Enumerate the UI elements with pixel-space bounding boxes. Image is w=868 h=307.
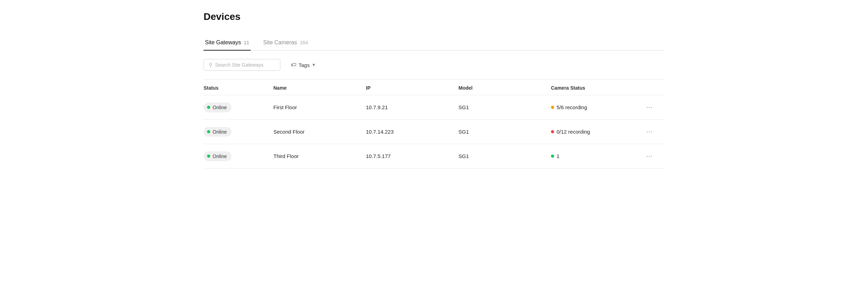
table-row: OnlineThird Floor10.7.5.177SG11··· (204, 144, 664, 169)
camera-status-label: 1 (557, 153, 559, 159)
camera-status-cell: 0/12 recording (551, 129, 643, 135)
camera-status-cell: 1 (551, 153, 643, 159)
status-dot (207, 155, 210, 158)
model-cell: SG1 (458, 104, 551, 110)
status-dot (207, 130, 210, 133)
header-name: Name (273, 85, 366, 91)
table-row: OnlineSecond Floor10.7.14.223SG10/12 rec… (204, 120, 664, 144)
more-options-button[interactable]: ··· (643, 102, 655, 112)
camera-status-dot (551, 130, 554, 133)
status-label: Online (213, 154, 227, 159)
status-cell: Online (204, 103, 273, 112)
search-wrapper: ⚲ (204, 59, 280, 71)
tab-count: 11 (244, 40, 249, 45)
header-model: Model (458, 85, 551, 91)
status-cell: Online (204, 127, 273, 137)
ip-cell: 10.7.9.21 (366, 104, 458, 110)
tab-site-gateways[interactable]: Site Gateways11 (204, 35, 251, 51)
search-input[interactable] (215, 62, 275, 68)
header-camera_status: Camera Status (551, 85, 643, 91)
more-options-button[interactable]: ··· (643, 151, 655, 161)
name-cell: Second Floor (273, 129, 366, 135)
actions-cell: ··· (643, 102, 664, 112)
ip-cell: 10.7.5.177 (366, 153, 458, 159)
status-badge: Online (204, 151, 231, 161)
table-header: StatusNameIPModelCamera Status (204, 80, 664, 95)
name-cell: First Floor (273, 104, 366, 110)
name-cell: Third Floor (273, 153, 366, 159)
status-badge: Online (204, 103, 231, 112)
status-cell: Online (204, 151, 273, 161)
tab-site-cameras[interactable]: Site Cameras164 (262, 35, 309, 51)
toolbar: ⚲ 🏷 Tags ▼ (204, 51, 664, 80)
model-cell: SG1 (458, 153, 551, 159)
tags-button[interactable]: 🏷 Tags ▼ (286, 59, 321, 71)
status-badge: Online (204, 127, 231, 137)
model-cell: SG1 (458, 129, 551, 135)
header-status: Status (204, 85, 273, 91)
table-row: OnlineFirst Floor10.7.9.21SG15/6 recordi… (204, 95, 664, 120)
tab-label: Site Cameras (263, 39, 297, 46)
more-options-button[interactable]: ··· (643, 127, 655, 137)
tabs-bar: Site Gateways11Site Cameras164 (204, 35, 664, 51)
camera-status-label: 5/6 recording (557, 104, 587, 110)
actions-cell: ··· (643, 151, 664, 161)
ip-cell: 10.7.14.223 (366, 129, 458, 135)
camera-status-cell: 5/6 recording (551, 104, 643, 110)
status-dot (207, 106, 210, 109)
camera-status-label: 0/12 recording (557, 129, 590, 135)
table-container: StatusNameIPModelCamera Status OnlineFir… (204, 80, 664, 169)
status-label: Online (213, 129, 227, 135)
camera-status-dot (551, 155, 554, 158)
actions-cell: ··· (643, 127, 664, 137)
search-icon: ⚲ (209, 62, 212, 68)
tags-label: Tags (299, 62, 310, 68)
chevron-down-icon: ▼ (312, 62, 316, 67)
tab-label: Site Gateways (205, 39, 241, 46)
tag-icon: 🏷 (291, 62, 296, 68)
status-label: Online (213, 105, 227, 110)
tab-count: 164 (300, 40, 308, 45)
page-title: Devices (204, 11, 664, 22)
camera-status-dot (551, 106, 554, 109)
header-actions (643, 85, 664, 91)
table-body: OnlineFirst Floor10.7.9.21SG15/6 recordi… (204, 95, 664, 169)
header-ip: IP (366, 85, 458, 91)
